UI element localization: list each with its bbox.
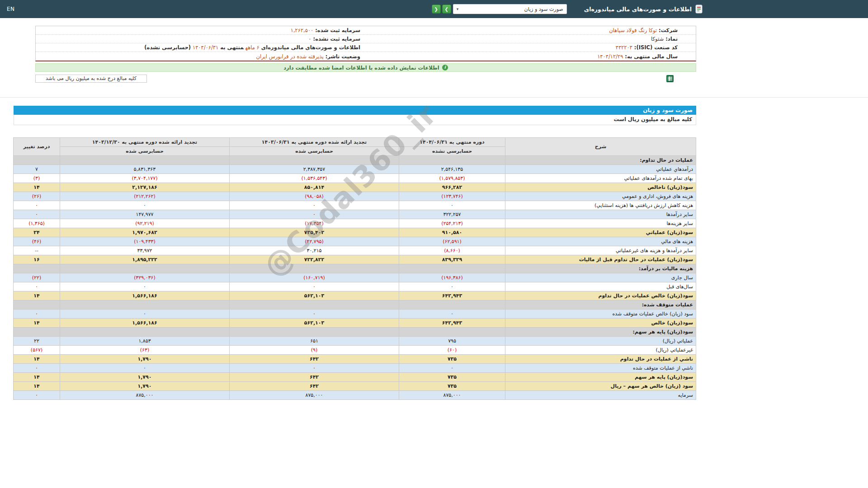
income-statement-section: صورت سود و زیان کلیه مبالغ به میلیون ریا… xyxy=(14,106,696,400)
value-cell xyxy=(230,156,399,165)
value-cell: ۸۷۵,۰۰۰ xyxy=(399,391,505,400)
signed-info-banner: i اطلاعات نمایش داده شده با اطلاعات امضا… xyxy=(35,63,696,72)
value-cell xyxy=(230,264,399,273)
statement-row: سود(زيان) پايه هر سهم۷۳۵۶۴۲۱,۷۹۰۱۴ xyxy=(14,373,696,382)
company-info-field: شرکت:توکا رنگ فولاد سپاهان xyxy=(366,27,696,33)
value-cell: ۵۶۲,۱۰۳ xyxy=(230,319,399,328)
language-toggle-en[interactable]: EN xyxy=(7,6,15,12)
export-excel-icon[interactable] xyxy=(666,75,674,83)
row-label: ساير درآمدها xyxy=(505,210,696,219)
units-note-box: کلیه مبالغ درج شده به میلیون ریال می باش… xyxy=(35,75,147,83)
value-cell: ۰ xyxy=(230,210,399,219)
statement-row: عملياتي (ريال)۷۹۵۶۵۱۱,۸۵۳۲۲ xyxy=(14,337,696,346)
row-label: هزينه هاى فروش، ادارى و عمومي xyxy=(505,192,696,201)
row-label: عمليات در حال تداوم: xyxy=(505,156,696,165)
value-cell: ۶۵۱ xyxy=(230,337,399,346)
value-cell: ۶۴۲ xyxy=(230,382,399,391)
field-label: منتهی به xyxy=(220,44,244,51)
field-label: سال مالی منتهی به: xyxy=(625,53,678,60)
value-cell xyxy=(60,328,230,337)
section-divider xyxy=(0,97,868,98)
company-info-field: نماد:شتوکا xyxy=(366,36,696,42)
statement-row: سود(زيان) ناخالص۹۶۶,۲۸۲۸۵۰,۸۱۴۲,۱۲۷,۱۸۶۱… xyxy=(14,183,696,192)
table-header-row: شرحدوره منتهی به ۱۴۰۴/۰۶/۳۱تجدید ارائه ش… xyxy=(14,138,696,147)
row-label: ناشي از عمليات متوقف شده xyxy=(505,364,696,373)
value-cell: (۲۵۴,۲۱۳) xyxy=(399,219,505,228)
value-cell: (۴۶) xyxy=(14,237,60,246)
value-cell: ۸۳۹,۳۲۹ xyxy=(399,255,505,264)
statement-row: غيرعملياتي (ريال)(۶۰)(۹)(۶۳)(۵۶۷) xyxy=(14,346,696,355)
field-label: وضعیت ناشر: xyxy=(326,53,360,60)
value-cell xyxy=(399,264,505,273)
value-cell: ۱۶ xyxy=(14,255,60,264)
value-cell: ۶۴۲,۹۴۳ xyxy=(399,291,505,300)
row-label: سود(زيان) ناخالص xyxy=(505,183,696,192)
top-content-container: شرکت:توکا رنگ فولاد سپاهانسرمایه ثبت شده… xyxy=(0,26,710,83)
value-cell: -- xyxy=(14,246,60,255)
field-value: پذیرفته شده در فرابورس ایران xyxy=(256,53,324,60)
next-statement-button[interactable]: ❯ xyxy=(442,5,451,14)
value-cell: (۴۲,۷۹۵) xyxy=(230,237,399,246)
statement-row: سود(زيان) عملياتي۹۱۰,۵۸۰۷۳۵,۴۰۲۱,۹۷۰,۶۸۲… xyxy=(14,228,696,237)
value-cell: (۱,۳۶۵) xyxy=(14,219,60,228)
value-cell xyxy=(399,300,505,310)
value-cell xyxy=(399,328,505,337)
statement-row: ناشي از عمليات در حال تداوم۷۳۵۶۴۲۱,۷۹۰۱۴ xyxy=(14,355,696,364)
value-cell: ۶۴۲ xyxy=(230,355,399,364)
value-cell: ۱,۵۶۶,۱۸۶ xyxy=(60,291,230,300)
statement-row: ساير درآمدها و هزينه هاى غيرعملياتي(۸,۶۶… xyxy=(14,246,696,255)
value-cell: ۰ xyxy=(14,364,60,373)
column-subheader-audit: حسابرسی نشده xyxy=(399,147,505,156)
field-label: شرکت: xyxy=(659,27,678,33)
prev-statement-button[interactable]: ❮ xyxy=(432,5,441,14)
field-value: توکا رنگ فولاد سپاهان xyxy=(609,27,657,33)
value-cell: ۱۴ xyxy=(14,183,60,192)
value-cell: ۱۴ xyxy=(14,319,60,328)
statement-row: بهاى تمام شده درآمدهاى عملياتي(۱,۵۷۹,۸۵۳… xyxy=(14,174,696,183)
statement-row: درآمدهاي عملياتي۲,۵۴۶,۱۳۵۲,۳۸۷,۳۵۷۵,۸۳۱,… xyxy=(14,165,696,174)
value-cell: (۳) xyxy=(14,174,60,183)
value-cell: (۱۶۰,۷۱۹) xyxy=(230,273,399,282)
value-cell xyxy=(14,264,60,273)
value-cell: ۱,۷۹۰ xyxy=(60,355,230,364)
row-label: سود(زيان) خالص xyxy=(505,319,696,328)
field-label: اطلاعات و صورت‌های مالی میاندوره‌ای xyxy=(261,44,360,51)
row-label: عمليات متوقف شده: xyxy=(505,300,696,310)
field-label: سرمایه ثبت نشده: xyxy=(313,36,360,42)
statement-row: ساير هزينه‌ها(۲۵۴,۲۱۳)(۱۷,۳۵۴)(۹۲,۲۱۹)(۱… xyxy=(14,219,696,228)
value-cell: ۰ xyxy=(230,364,399,373)
value-cell: ۵,۸۳۱,۳۶۳ xyxy=(60,165,230,174)
value-cell: (۳,۷۰۴,۱۷۷) xyxy=(60,174,230,183)
value-cell: ۱۴ xyxy=(14,382,60,391)
field-label: کد صنعت (ISIC): xyxy=(634,44,678,51)
row-label: بهاى تمام شده درآمدهاى عملياتي xyxy=(505,174,696,183)
info-icon: i xyxy=(442,65,448,70)
top-navbar: اطلاعات و صورت‌های مالی میاندوره‌ای صورت… xyxy=(0,0,868,18)
field-value: ۱۴۰۴/۱۲/۲۹ xyxy=(597,53,623,60)
statement-select[interactable]: صورت سود و زیان ▾ xyxy=(453,4,567,14)
value-cell: ۱,۷۹۰ xyxy=(60,373,230,382)
field-label: نماد: xyxy=(665,36,678,42)
row-label: درآمدهاي عملياتي xyxy=(505,165,696,174)
statement-nav-arrows: ❯ ❮ xyxy=(432,5,451,14)
value-cell: (۹۲,۲۱۹) xyxy=(60,219,230,228)
value-cell: ۳۲۲,۲۵۷ xyxy=(399,210,505,219)
value-cell xyxy=(14,156,60,165)
column-header-period: تجدید ارائه شده دوره منتهی به ۱۴۰۳/۱۲/۳۰ xyxy=(60,138,230,147)
company-info-field: اطلاعات و صورت‌های مالی میاندوره‌ای۶ ماه… xyxy=(36,44,366,51)
value-cell: ۷۳۵ xyxy=(399,382,505,391)
value-cell: (۱,۵۷۹,۸۵۳) xyxy=(399,174,505,183)
page-title: اطلاعات و صورت‌های مالی میاندوره‌ای xyxy=(584,6,692,13)
value-cell: (۱۷,۳۵۴) xyxy=(230,219,399,228)
field-value: ۶ ماهه xyxy=(245,44,259,51)
value-cell: ۳۰,۲۱۵ xyxy=(230,246,399,255)
value-cell: ۱,۸۵۳ xyxy=(60,337,230,346)
chevron-down-icon: ▾ xyxy=(457,7,459,11)
value-cell: ۰ xyxy=(14,391,60,400)
value-cell: ۸۵۰,۸۱۴ xyxy=(230,183,399,192)
column-header-period: تجدید ارائه شده دوره منتهی به ۱۴۰۳/۰۶/۳۱ xyxy=(230,138,399,147)
statement-select-value: صورت سود و زیان xyxy=(524,6,563,12)
value-cell: ۰ xyxy=(14,210,60,219)
signed-info-text: اطلاعات نمایش داده شده با اطلاعات امضا ش… xyxy=(283,65,439,71)
value-cell: ۰ xyxy=(60,282,230,291)
